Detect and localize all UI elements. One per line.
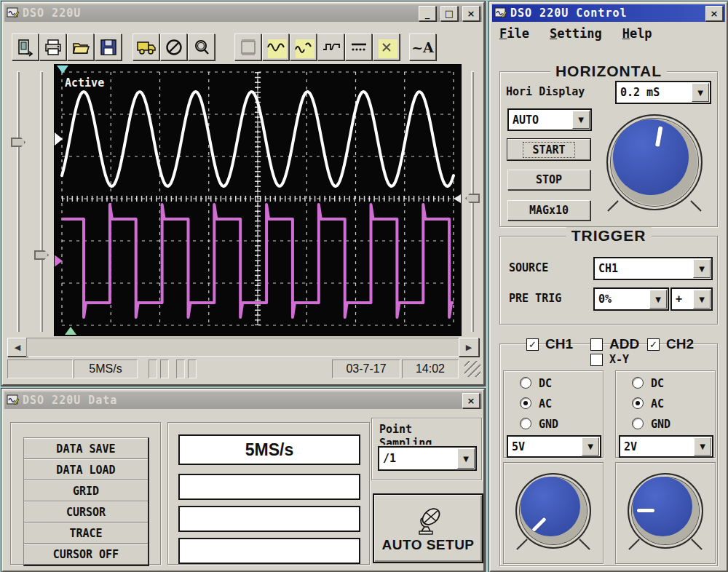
exit-button[interactable] — [12, 33, 39, 60]
status-tick — [160, 360, 169, 378]
ch1-position-slider-track[interactable] — [17, 71, 20, 332]
sample-rate-panel: 5MS/s — [74, 360, 138, 378]
sine-display-button[interactable] — [262, 33, 289, 60]
ch2-panel: DC AC GND 2V ▼ — [615, 370, 716, 458]
data-window-title: DSO 220U Data — [23, 394, 458, 407]
menu-help[interactable]: Help — [622, 26, 652, 41]
ch1-position-slider-thumb[interactable] — [11, 138, 25, 147]
save-icon — [99, 38, 118, 57]
chevron-down-icon[interactable]: ▼ — [649, 290, 667, 309]
zoom-button[interactable] — [188, 33, 215, 60]
ch2-position-slider-track[interactable] — [41, 71, 43, 332]
add-checkbox[interactable] — [590, 338, 603, 351]
grid-button[interactable]: GRID — [24, 480, 148, 501]
chevron-down-icon[interactable]: ▼ — [694, 437, 711, 456]
pre-trig-select[interactable]: 0% ▼ — [593, 287, 669, 311]
horizontal-scrollbar[interactable] — [26, 338, 459, 357]
ch2-volts-select[interactable]: 2V ▼ — [619, 435, 713, 458]
ch1-dc-radio[interactable] — [520, 377, 531, 389]
timebase-knob[interactable] — [606, 114, 703, 210]
ch1-level-marker — [55, 132, 63, 146]
trigger-slope-select[interactable]: + ▼ — [670, 287, 713, 311]
cursor-off-button[interactable]: CURSOR OFF — [24, 544, 148, 565]
time-panel: 14:02 — [402, 360, 459, 378]
trigger-mode-select[interactable]: AUTO ▼ — [507, 108, 592, 131]
trigger-source-select[interactable]: CH1 ▼ — [593, 257, 713, 280]
dotted-line-button[interactable] — [345, 33, 372, 60]
chevron-down-icon[interactable]: ▼ — [693, 259, 711, 278]
horizontal-title: HORIZONTAL — [550, 63, 667, 80]
maximize-button[interactable]: □ — [440, 6, 458, 21]
close-button[interactable]: × — [462, 6, 480, 21]
square-display-button[interactable] — [317, 33, 344, 60]
data-load-button[interactable]: DATA LOAD — [24, 459, 148, 480]
frame-button[interactable] — [234, 33, 261, 60]
ch1-volts-select[interactable]: 5V ▼ — [507, 435, 601, 458]
resize-grip[interactable] — [464, 361, 480, 377]
ch1-panel: DC AC GND 5V ▼ — [503, 370, 604, 458]
acquire-button[interactable] — [132, 33, 159, 60]
data-titlebar[interactable]: DSO 220U Data × — [4, 392, 482, 409]
minimize-button[interactable]: _ — [419, 6, 436, 21]
timebase-select[interactable]: 0.2 mS ▼ — [615, 81, 711, 104]
ch1-checkbox[interactable]: ✓ — [526, 338, 539, 351]
scope-display: Active — [54, 64, 462, 336]
no-entry-icon — [165, 38, 183, 57]
stop-button[interactable]: STOP — [507, 170, 590, 190]
chevron-down-icon[interactable]: ▼ — [692, 83, 709, 102]
scroll-left-button[interactable]: ◀ — [7, 338, 28, 357]
inhibit-button[interactable] — [160, 33, 187, 60]
readout-field-3 — [178, 538, 360, 564]
ch1-ac-label: AC — [539, 397, 552, 410]
save-button[interactable] — [95, 33, 122, 60]
chevron-down-icon[interactable]: ▼ — [582, 437, 599, 456]
chevron-down-icon[interactable]: ▼ — [693, 290, 711, 309]
open-button[interactable] — [67, 33, 94, 60]
chevron-down-icon[interactable]: ▼ — [457, 448, 475, 469]
ch1-ac-radio[interactable] — [520, 397, 531, 409]
dashed-line-icon — [349, 38, 368, 57]
ch2-position-slider-thumb[interactable] — [34, 250, 49, 260]
control-titlebar[interactable]: DSO 220U Control × — [492, 4, 725, 22]
ch2-checkbox[interactable]: ✓ — [647, 338, 660, 351]
ch2-gnd-radio[interactable] — [632, 418, 644, 429]
mag-x10-button[interactable]: MAGx10 — [507, 200, 590, 221]
auto-setup-button[interactable]: AUTO SETUP — [373, 493, 483, 563]
data-button-stack: DATA SAVE DATA LOAD GRID CURSOR TRACE CU… — [23, 437, 149, 566]
trace-button[interactable]: TRACE — [24, 523, 148, 544]
cursor-button[interactable]: CURSOR — [24, 501, 148, 523]
arrow-right-icon: ▶ — [466, 343, 472, 352]
satellite-dish-icon — [411, 504, 445, 536]
main-titlebar[interactable]: DSO 220U _ □ × — [4, 4, 482, 22]
menubar: File Setting Help — [499, 26, 673, 41]
menu-file[interactable]: File — [499, 26, 529, 41]
ch2-volts-knob[interactable] — [628, 473, 703, 549]
data-save-button[interactable]: DATA SAVE — [24, 438, 148, 459]
xy-checkbox[interactable] — [590, 354, 603, 366]
sample-rate-display: 5MS/s — [178, 434, 360, 465]
trigger-level-slider-thumb[interactable] — [465, 194, 480, 203]
ch2-knob-panel — [615, 462, 716, 564]
horizontal-group: HORIZONTAL Hori Display 0.2 mS ▼ AUTO ▼ … — [499, 71, 718, 227]
smooth-display-button[interactable] — [290, 33, 317, 60]
readout-field-1 — [178, 474, 360, 500]
chevron-down-icon[interactable]: ▼ — [572, 111, 590, 129]
scope-canvas — [55, 65, 461, 335]
close-button[interactable]: × — [705, 6, 723, 21]
ch1-knob-panel — [503, 462, 604, 564]
scroll-right-button[interactable]: ▶ — [459, 338, 479, 357]
ch1-gnd-radio[interactable] — [520, 418, 531, 429]
open-folder-icon — [71, 38, 90, 57]
menu-setting[interactable]: Setting — [550, 26, 602, 41]
close-button[interactable]: × — [462, 393, 480, 408]
start-button[interactable]: START — [507, 139, 590, 160]
font-button[interactable]: ~A — [409, 33, 436, 60]
point-sample-select[interactable]: /1 ▼ — [378, 446, 477, 471]
print-button[interactable] — [39, 33, 66, 60]
erase-button[interactable] — [373, 33, 400, 60]
ch1-volts-knob[interactable] — [515, 473, 591, 549]
data-window: DSO 220U Data × DATA SAVE DATA LOAD GRID… — [1, 389, 485, 572]
data-readout-group: 5MS/s — [167, 422, 370, 565]
ch2-dc-radio[interactable] — [632, 377, 644, 389]
ch2-ac-radio[interactable] — [632, 397, 644, 409]
